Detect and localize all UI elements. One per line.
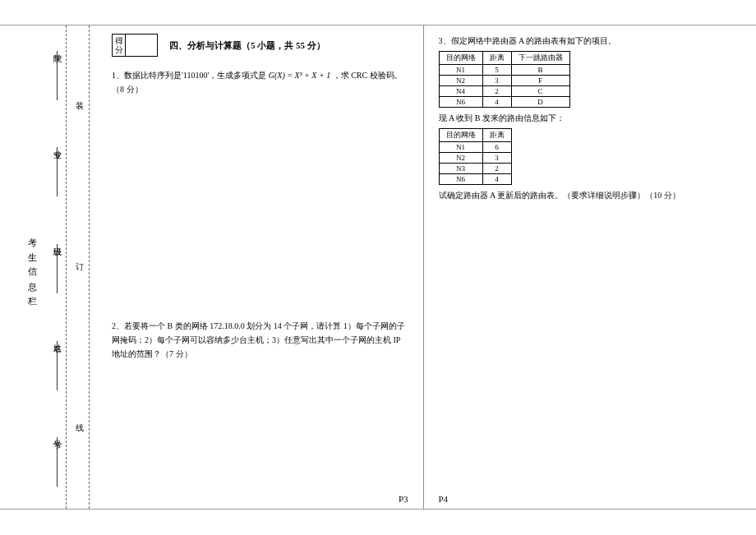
table-row: N64D — [439, 97, 569, 108]
page-number: P4 — [439, 494, 449, 504]
field-school: 学院 — [51, 48, 62, 100]
binding-mark: 线 — [76, 422, 84, 434]
underline — [57, 244, 58, 293]
formula: G(X) = X³ + X + 1 — [269, 71, 330, 80]
field-class: 班级 — [51, 241, 62, 293]
question-1: 1、数据比特序列是'110100'，生成多项式是 G(X) = X³ + X +… — [112, 68, 408, 96]
question-3-tail: 试确定路由器 A 更新后的路由表。（要求详细说明步骤）（10 分） — [439, 188, 735, 202]
section-header-row: 得 分 四、分析与计算题（5 小题，共 55 分） — [112, 34, 408, 57]
routing-update-from-b: 目的网络 距离 N16 N23 N32 N64 — [439, 128, 512, 185]
score-label: 得 分 — [113, 35, 126, 56]
table-row: N16 — [439, 142, 511, 153]
page-4: 3、假定网络中路由器 A 的路由表有如下的项目。 目的网络 距离 下一跳路由器 … — [424, 25, 750, 509]
question-3-mid: 现 A 收到 B 发来的路由信息如下： — [439, 111, 735, 125]
candidate-info-title-col: 考生信息栏 — [25, 25, 39, 509]
table-header-row: 目的网络 距离 下一跳路由器 — [439, 52, 569, 65]
content-area: 得 分 四、分析与计算题（5 小题，共 55 分） 1、数据比特序列是'1101… — [97, 25, 749, 509]
routing-table-a: 目的网络 距离 下一跳路由器 N15B N23F N42C N64D — [439, 51, 570, 108]
field-name: 姓名 — [51, 338, 62, 390]
underline — [57, 147, 58, 196]
binding-dashed-line — [66, 25, 67, 509]
table-header-row: 目的网络 距离 — [439, 129, 511, 142]
candidate-fields-col: 学院 专业 班级 姓名 学号 — [49, 25, 64, 509]
table-row: N23 — [439, 153, 511, 164]
binding-dashed-line — [89, 25, 90, 509]
underline — [57, 437, 58, 487]
candidate-info-title: 考生信息栏 — [26, 230, 39, 304]
table-row: N15B — [439, 65, 569, 76]
question-3-intro: 3、假定网络中路由器 A 的路由表有如下的项目。 — [439, 34, 735, 48]
table-row: N23F — [439, 76, 569, 86]
binding-margin: 考生信息栏 学院 专业 班级 姓名 学号 装 订 线 — [0, 25, 94, 509]
field-id: 学号 — [51, 434, 62, 487]
field-major: 专业 — [51, 144, 62, 196]
question-2: 2、若要将一个 B 类的网络 172.18.0.0 划分为 14 个子网，请计算… — [112, 319, 408, 361]
table-row: N64 — [439, 174, 511, 185]
page-3: 得 分 四、分析与计算题（5 小题，共 55 分） 1、数据比特序列是'1101… — [97, 25, 424, 509]
score-blank — [126, 35, 157, 56]
binding-mark: 订 — [76, 261, 84, 273]
underline — [57, 51, 58, 100]
exam-page: 考生信息栏 学院 专业 班级 姓名 学号 装 订 线 得 分 — [0, 25, 756, 510]
underline — [57, 341, 58, 390]
table-row: N32 — [439, 164, 511, 174]
binding-marks-col: 装 订 线 — [72, 25, 87, 509]
binding-mark: 装 — [76, 100, 84, 112]
page-number: P3 — [399, 494, 408, 504]
section-title: 四、分析与计算题（5 小题，共 55 分） — [169, 39, 325, 52]
table-row: N42C — [439, 86, 569, 97]
score-box: 得 分 — [112, 34, 158, 57]
